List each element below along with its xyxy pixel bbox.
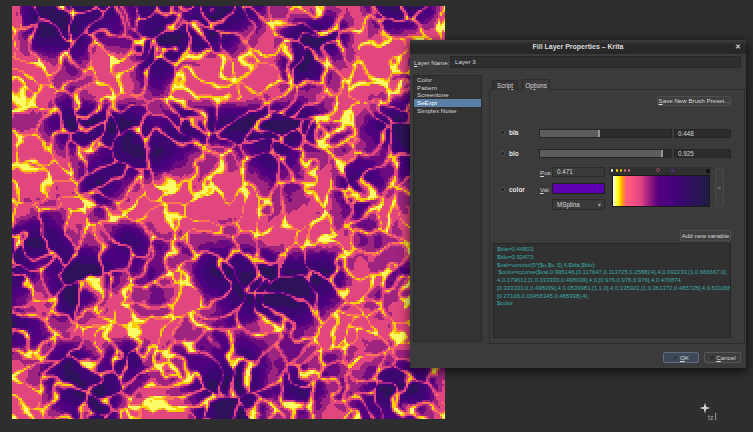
svg-text:tz: tz (708, 414, 714, 421)
